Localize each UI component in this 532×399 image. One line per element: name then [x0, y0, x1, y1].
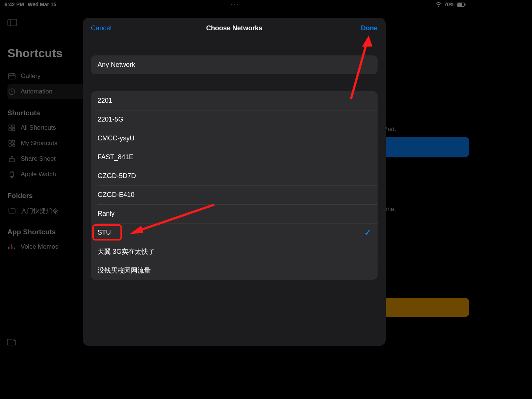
network-row[interactable]: 天翼 3G实在太快了 — [91, 242, 378, 261]
network-name: FAST_841E — [98, 153, 133, 161]
network-row[interactable]: 没钱买校园网流量 — [91, 261, 378, 280]
modal-title: Choose Networks — [206, 24, 262, 32]
network-name: 没钱买校园网流量 — [98, 266, 151, 275]
network-row[interactable]: GZGD-5D7D — [91, 167, 378, 185]
done-button[interactable]: Done — [361, 24, 378, 32]
network-name: 2201 — [98, 97, 112, 105]
network-row[interactable]: Ranly — [91, 204, 378, 223]
cancel-button[interactable]: Cancel — [91, 24, 112, 32]
network-name: Ranly — [98, 210, 115, 218]
network-name: GZGD-E410 — [98, 191, 134, 199]
network-row[interactable]: CMCC-ysyU — [91, 129, 378, 148]
network-name: GZGD-5D7D — [98, 172, 136, 180]
network-row[interactable]: 2201 — [91, 91, 378, 110]
network-row[interactable]: FAST_841E — [91, 148, 378, 167]
network-row[interactable]: GZGD-E410 — [91, 185, 378, 204]
any-network-label: Any Network — [98, 61, 135, 69]
choose-networks-modal: Cancel Choose Networks Done Any Network … — [83, 18, 386, 346]
network-row[interactable]: 2201-5G — [91, 110, 378, 129]
network-row[interactable]: STU✓ — [91, 223, 378, 242]
network-name: 天翼 3G实在太快了 — [98, 247, 155, 256]
any-network-row[interactable]: Any Network — [91, 55, 378, 74]
modal-header: Cancel Choose Networks Done — [83, 18, 386, 38]
network-list: 22012201-5GCMCC-ysyUFAST_841EGZGD-5D7DGZ… — [91, 91, 378, 280]
network-name: 2201-5G — [98, 116, 123, 123]
checkmark-icon: ✓ — [364, 228, 371, 238]
network-name: STU — [98, 229, 111, 236]
network-name: CMCC-ysyU — [98, 134, 134, 142]
